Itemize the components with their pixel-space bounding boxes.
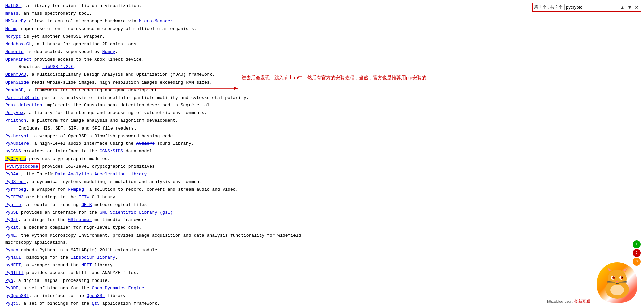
line-mmass: mMass, an mass spectrometry tool.	[5, 10, 327, 17]
watermark-url: http://blog.csdn.	[547, 299, 573, 303]
link-msim[interactable]: Msim	[5, 26, 16, 31]
link-libusb[interactable]: LibUSB 1.2.6	[42, 64, 74, 69]
link-pycryptodome[interactable]: PyCryptodome	[7, 164, 38, 169]
svg-marker-7	[623, 268, 627, 271]
line-pynifti: PyNIfTI provides access to NIfTI and ANA…	[5, 270, 327, 277]
link-openkinect[interactable]: OpenKinect	[5, 57, 32, 62]
svg-point-8	[611, 276, 615, 280]
line-pydstools: PyDSTool, a dynamical systems modeling, …	[5, 178, 327, 186]
link-pyqt5[interactable]: PyQt5	[5, 301, 18, 306]
line-nodebox: Nodebox-GL, a library for generating 2D …	[5, 41, 327, 48]
link-openmdao[interactable]: OpenMDAO	[5, 72, 26, 77]
line-pycryptodome: PyCryptodome provides low-level cryptogr…	[5, 163, 327, 170]
link-micromanager[interactable]: Micro-Manager	[139, 19, 173, 24]
badge-red: C	[633, 249, 641, 257]
pycryptodome-box: PyCryptodome	[5, 163, 40, 170]
search-input[interactable]	[564, 4, 618, 10]
line-numeric: Numeric is deprecated, superseded by Num…	[5, 49, 327, 56]
link-numpy[interactable]: Numpy	[102, 49, 115, 54]
search-prev-button[interactable]: ▲	[619, 5, 625, 10]
link-audiere[interactable]: Audiere	[136, 141, 155, 146]
line-pynfft: pyNFFT, a wrapper around the NFFT librar…	[5, 262, 327, 269]
link-mmass[interactable]: mMass	[5, 11, 18, 16]
link-ffmpeg[interactable]: FFmpeg	[68, 187, 84, 192]
link-pynfft[interactable]: pyNFFT	[5, 263, 21, 268]
link-pyo[interactable]: Pyo	[5, 278, 13, 283]
line-pyode: PyODE, a set of bindings for the Open Dy…	[5, 285, 327, 292]
link-numeric[interactable]: Numeric	[5, 49, 24, 54]
search-next-button[interactable]: ▼	[627, 5, 633, 10]
link-gsl[interactable]: GNU Scientific Library (gsl)	[100, 210, 173, 215]
line-peakdetection: Peak detection implements the Gaussian p…	[5, 102, 327, 109]
link-ncrypt[interactable]: Ncrypt	[5, 34, 21, 39]
line-mathgl: MathGL, a library for scientific data vi…	[5, 3, 327, 10]
link-pyode[interactable]: PyODE	[5, 286, 18, 291]
line-pygsl: PyGSL provides an interface for the GNU …	[5, 209, 327, 216]
link-grib[interactable]: GRIB	[81, 202, 92, 207]
line-openmdao: OpenMDAO, a Multidisciplinary Design Ana…	[5, 71, 327, 79]
link-fftw[interactable]: FFTW	[78, 195, 89, 200]
link-nfft[interactable]: NFFT	[81, 263, 92, 268]
link-pyme[interactable]: PyME	[5, 233, 16, 238]
line-openkinect-req: Requires LibUSB 1.2.6.	[5, 64, 327, 71]
link-pybcrypt[interactable]: Py-bcrypt	[5, 134, 29, 139]
svg-marker-5	[622, 266, 628, 272]
link-pydaal[interactable]: PyDAAL	[5, 172, 21, 177]
line-pyqt5: PyQt5, a set of bindings for the Qt5 app…	[5, 300, 327, 306]
line-pyaudiere: PyAudiere, a high-level audio interface …	[5, 140, 327, 147]
line-pyfftw3: PyFFTW3 are bindings to the FFTW C libra…	[5, 194, 327, 201]
link-mmcorepy[interactable]: MMCorePy	[5, 19, 26, 24]
link-pynacl[interactable]: PyNaCl	[5, 255, 21, 260]
link-libsodium[interactable]: libsodium library	[71, 255, 115, 260]
link-pymex[interactable]: Pymex	[5, 248, 18, 253]
link-priithon[interactable]: Priithon	[5, 118, 26, 123]
line-pymex: Pymex embeds Python in a MATLAB(tm) 2011…	[5, 247, 327, 254]
badge-green: +	[633, 240, 641, 248]
line-msim: Msim, superresolution fluorescence micro…	[5, 26, 327, 33]
link-ode[interactable]: Open Dynamics Engine	[92, 286, 144, 291]
link-pynifti[interactable]: PyNIfTI	[5, 270, 24, 275]
link-pygsl[interactable]: PyGSL	[5, 210, 18, 215]
content-area: MathGL, a library for scientific data vi…	[5, 3, 327, 306]
link-pyaudiere[interactable]: PyAudiere	[5, 141, 29, 146]
line-pycgns: pyCGNS provides an interface to the CGNS…	[5, 148, 327, 155]
link-pygrib[interactable]: Pygrib	[5, 202, 21, 207]
line-ncrypt: Ncrypt is yet another OpenSSL wrapper.	[5, 33, 327, 40]
search-bar[interactable]: 第 1 个，共 2 个 ▲ ▼ ✕	[532, 3, 641, 12]
svg-point-3	[608, 270, 627, 289]
line-panda3d: Panda3D, a framework for 3D rendering an…	[5, 87, 327, 94]
link-daal[interactable]: Data Analytics Acceleration Library	[55, 172, 147, 177]
link-pykit[interactable]: Pykit	[5, 225, 18, 230]
line-pygrib: Pygrib, a module for reading GRIB meteor…	[5, 202, 327, 209]
link-pyffmpeg[interactable]: Pyffmpeg	[5, 187, 26, 192]
svg-line-15	[607, 281, 615, 282]
link-mathgl[interactable]: MathGL	[5, 3, 21, 8]
link-openssl[interactable]: OpenSSL	[87, 293, 105, 298]
line-pyffmpeg: Pyffmpeg, a wrapper for FFmpeg, a soluti…	[5, 186, 327, 193]
svg-point-12	[614, 277, 615, 278]
svg-line-17	[619, 281, 627, 282]
mascot-image	[597, 262, 637, 303]
link-pycrypto[interactable]: PyCrypto	[5, 156, 26, 161]
link-peakdetection[interactable]: Peak detection	[5, 103, 42, 108]
link-polyvox[interactable]: PolyVox	[5, 110, 24, 115]
link-pycgns[interactable]: pyCGNS	[5, 149, 21, 154]
link-pyfftw3[interactable]: PyFFTW3	[5, 195, 24, 200]
search-close-button[interactable]: ✕	[634, 5, 639, 10]
link-pygst[interactable]: PyGst	[5, 217, 18, 222]
line-priithon: Priithon, a platform for image analysis …	[5, 117, 327, 124]
svg-point-11	[621, 276, 623, 279]
link-particlestats[interactable]: ParticleStats	[5, 95, 39, 100]
link-gstreamer[interactable]: GStreamer	[68, 217, 92, 222]
link-nodebox[interactable]: Nodebox-GL	[5, 42, 32, 47]
line-pynacl: PyNaCl, bindings for the libsodium libra…	[5, 254, 327, 261]
link-pyopenssl[interactable]: pyOpenSSL	[5, 293, 29, 298]
line-openkinect: OpenKinect provides access to the Xbox K…	[5, 56, 327, 63]
badge-orange: S	[633, 258, 641, 266]
link-pydstool[interactable]: PyDSTool	[5, 179, 26, 184]
line-openslide: OpenSlide reads whole-slide images, high…	[5, 79, 327, 86]
link-cgns-sids[interactable]: CGNS/SIDS	[100, 149, 123, 154]
link-qt5[interactable]: Qt5	[92, 301, 99, 306]
link-openslide[interactable]: OpenSlide	[5, 80, 29, 85]
link-panda3d[interactable]: Panda3D	[5, 88, 24, 93]
